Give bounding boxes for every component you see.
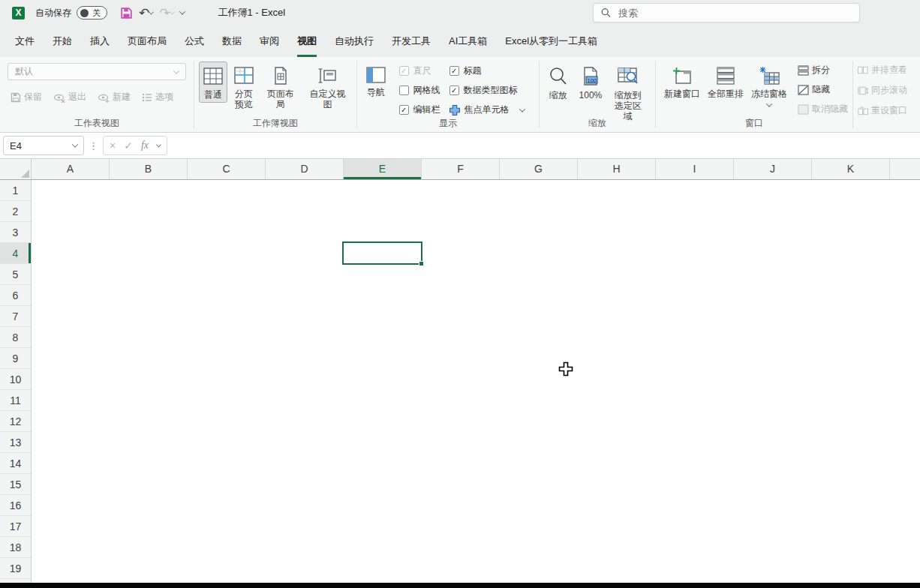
row-header-1[interactable]: 1 — [0, 180, 31, 201]
checkbox-ruler[interactable]: ✓直尺 — [399, 64, 440, 77]
exit-view-button[interactable]: 退出 — [53, 91, 86, 104]
column-header-partial[interactable] — [890, 159, 920, 179]
hide-button[interactable]: 隐藏 — [798, 83, 848, 96]
undo-chevron-icon[interactable] — [149, 9, 154, 14]
column-header-I[interactable]: I — [656, 159, 734, 179]
enter-button[interactable]: ✓ — [124, 140, 133, 152]
column-header-J[interactable]: J — [734, 159, 812, 179]
redo-button[interactable]: ↷ — [157, 5, 176, 21]
tab-view[interactable]: 视图 — [297, 34, 317, 57]
undo-button[interactable]: ↶ — [137, 5, 155, 21]
page-layout-icon — [272, 67, 290, 85]
row-header-16[interactable]: 16 — [0, 495, 31, 516]
formula-input[interactable] — [167, 133, 920, 158]
chevron-down-icon[interactable] — [72, 141, 78, 147]
worksheet-grid[interactable]: ABCDEFGHIJK 1234567891011121314151617181… — [0, 159, 920, 583]
checkbox-formula-bar[interactable]: ✓编辑栏 — [399, 104, 440, 116]
row-header-15[interactable]: 15 — [0, 474, 31, 495]
page-layout-view-button[interactable]: 页面布局 — [260, 62, 301, 112]
row-header-6[interactable]: 6 — [0, 285, 31, 306]
view-options-button[interactable]: 选项 — [142, 91, 173, 104]
tab-formulas[interactable]: 公式 — [185, 34, 204, 57]
formula-bar-checkbox-box[interactable]: ✓ — [399, 105, 409, 115]
row-header-7[interactable]: 7 — [0, 306, 31, 327]
name-box[interactable]: E4 — [3, 136, 84, 155]
tab-home[interactable]: 开始 — [53, 34, 72, 57]
row-header-11[interactable]: 11 — [0, 390, 31, 411]
tab-page-layout[interactable]: 页面布局 — [128, 34, 167, 57]
focus-cell-button[interactable]: 焦点单元格 — [449, 104, 525, 116]
tab-zero-to-one-toolbox[interactable]: Excel从零到一工具箱 — [505, 34, 597, 57]
tab-insert[interactable]: 插入 — [90, 34, 110, 57]
data-type-icons-checkbox-box[interactable]: ✓ — [449, 86, 459, 95]
row-header-14[interactable]: 14 — [0, 453, 31, 474]
formula-bar-drag-handle[interactable]: ⋮ — [89, 140, 98, 152]
cancel-button[interactable]: × — [110, 140, 116, 152]
chevron-down-icon[interactable] — [519, 106, 525, 112]
column-header-D[interactable]: D — [266, 159, 344, 179]
select-all-corner[interactable] — [0, 159, 32, 179]
tab-developer[interactable]: 开发工具 — [392, 34, 431, 57]
unhide-button[interactable]: 取消隐藏 — [798, 103, 848, 116]
row-header-17[interactable]: 17 — [0, 516, 31, 537]
tab-ai-toolbox[interactable]: AI工具箱 — [449, 34, 487, 57]
row-header-2[interactable]: 2 — [0, 201, 31, 222]
zoom-button[interactable]: 缩放 — [544, 62, 573, 103]
new-window-button[interactable]: 新建窗口 — [660, 62, 704, 101]
search-bar[interactable] — [593, 3, 860, 22]
column-header-E[interactable]: E — [344, 159, 422, 179]
active-cell-selection[interactable] — [342, 242, 422, 265]
column-header-H[interactable]: H — [578, 159, 656, 179]
tab-file[interactable]: 文件 — [15, 34, 35, 57]
search-input[interactable] — [618, 8, 852, 19]
column-header-K[interactable]: K — [812, 159, 890, 179]
customize-qat-button[interactable] — [178, 9, 187, 16]
column-header-B[interactable]: B — [110, 159, 188, 179]
ruler-checkbox-box[interactable]: ✓ — [399, 66, 409, 76]
options-list-icon — [142, 92, 152, 103]
checkbox-gridlines[interactable]: 网格线 — [399, 84, 440, 97]
tab-review[interactable]: 审阅 — [260, 34, 279, 57]
sheet-view-dropdown[interactable]: 默认 — [8, 63, 186, 80]
page-break-preview-button[interactable]: 分页预览 — [230, 62, 258, 112]
zoom-100-button[interactable]: 100 100% — [576, 62, 606, 103]
split-button[interactable]: 拆分 — [798, 64, 848, 76]
reset-window-button[interactable]: 重设窗口 — [858, 104, 907, 117]
checkbox-data-type-icons[interactable]: ✓数据类型图标 — [449, 84, 525, 97]
row-header-18[interactable]: 18 — [0, 537, 31, 558]
column-header-C[interactable]: C — [188, 159, 266, 179]
row-header-4[interactable]: 4 — [0, 243, 31, 264]
zoom-to-selection-button[interactable]: 缩放到选定区域 — [609, 62, 647, 124]
tab-data[interactable]: 数据 — [222, 34, 242, 57]
column-header-G[interactable]: G — [500, 159, 578, 179]
chevron-down-icon[interactable] — [156, 142, 161, 147]
row-header-12[interactable]: 12 — [0, 411, 31, 432]
insert-function-button[interactable]: fx — [141, 140, 149, 152]
column-header-A[interactable]: A — [32, 159, 110, 179]
chevron-down-icon[interactable] — [766, 100, 772, 106]
fill-handle[interactable] — [419, 261, 424, 266]
normal-view-button[interactable]: 普通 — [199, 62, 227, 103]
synchronous-scrolling-button[interactable]: 同步滚动 — [858, 84, 907, 97]
gridlines-checkbox-box[interactable] — [399, 86, 409, 95]
row-header-8[interactable]: 8 — [0, 327, 31, 348]
freeze-panes-button[interactable]: 冻结窗格 — [747, 62, 791, 110]
keep-view-button[interactable]: 保留 — [11, 91, 42, 104]
save-button[interactable] — [118, 5, 135, 21]
autosave-toggle[interactable]: 关 — [77, 6, 107, 20]
custom-views-button[interactable]: 自定义视图 — [303, 62, 352, 112]
navigation-button[interactable]: 导航 — [362, 62, 390, 116]
headings-checkbox-box[interactable]: ✓ — [449, 66, 459, 76]
column-header-F[interactable]: F — [422, 159, 500, 179]
checkbox-headings[interactable]: ✓标题 — [449, 64, 525, 77]
row-header-19[interactable]: 19 — [0, 558, 31, 579]
view-side-by-side-button[interactable]: 并排查看 — [858, 64, 907, 76]
row-header-5[interactable]: 5 — [0, 264, 31, 285]
row-header-10[interactable]: 10 — [0, 369, 31, 390]
new-view-button[interactable]: 新建 — [98, 91, 131, 104]
row-header-13[interactable]: 13 — [0, 432, 31, 453]
arrange-all-button[interactable]: 全部重排 — [704, 62, 747, 101]
tab-automate[interactable]: 自动执行 — [335, 34, 374, 57]
row-header-3[interactable]: 3 — [0, 222, 31, 243]
row-header-9[interactable]: 9 — [0, 348, 31, 369]
